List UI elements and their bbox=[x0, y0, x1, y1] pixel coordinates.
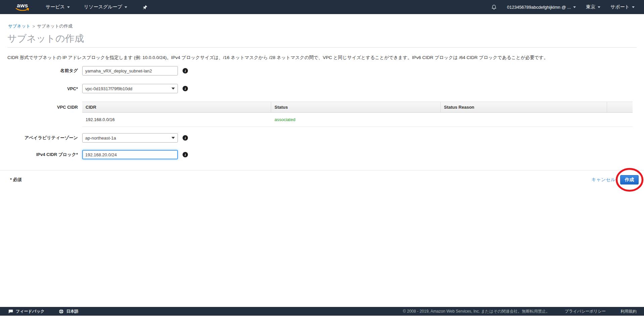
language-label: 日本語 bbox=[66, 309, 79, 314]
chevron-down-icon bbox=[67, 6, 70, 8]
cell-cidr: 192.168.0.0/16 bbox=[82, 117, 271, 122]
create-subnet-form: 名前タグ i VPC* vpc-0d19317f79f9b10dd i VPC … bbox=[0, 66, 644, 159]
actions-row: * 必須 キャンセル 作成 bbox=[0, 170, 644, 184]
aws-logo[interactable]: aws bbox=[15, 3, 30, 11]
column-header-cidr: CIDR bbox=[82, 102, 271, 112]
vpc-cidr-table-header: CIDR Status Status Reason bbox=[82, 102, 633, 113]
actions-right-group: キャンセル 作成 bbox=[591, 175, 639, 184]
account-name: 0123456789abcdefghijklmn @ ... bbox=[507, 5, 571, 10]
info-icon[interactable]: i bbox=[183, 86, 188, 91]
nav-right-group: 0123456789abcdefghijklmn @ ... 東京 サポート bbox=[491, 4, 644, 10]
availability-zone-value: ap-northeast-1a bbox=[85, 136, 116, 141]
nav-resource-groups-menu[interactable]: リソースグループ bbox=[84, 4, 127, 10]
privacy-policy-link[interactable]: プライバシーポリシー bbox=[565, 309, 606, 314]
vpc-label: VPC* bbox=[0, 86, 82, 91]
vpc-select-value: vpc-0d19317f79f9b10dd bbox=[85, 86, 132, 91]
create-button[interactable]: 作成 bbox=[620, 175, 639, 184]
nav-resource-groups-label: リソースグループ bbox=[84, 4, 122, 10]
create-button-wrap: 作成 bbox=[620, 175, 639, 184]
globe-icon bbox=[59, 309, 64, 314]
terms-of-use-link[interactable]: 利用規約 bbox=[621, 309, 637, 314]
account-menu[interactable]: 0123456789abcdefghijklmn @ ... bbox=[507, 5, 576, 10]
info-icon[interactable]: i bbox=[183, 68, 188, 73]
nav-services-label: サービス bbox=[46, 4, 65, 10]
title-divider bbox=[7, 47, 637, 48]
chevron-down-icon bbox=[573, 6, 576, 8]
column-header-status-reason: Status Reason bbox=[441, 102, 607, 112]
info-icon[interactable]: i bbox=[183, 152, 188, 157]
vpc-cidr-row: VPC CIDR CIDR Status Status Reason 192.1… bbox=[0, 102, 644, 127]
availability-zone-label: アベイラビリティーゾーン bbox=[0, 135, 82, 141]
availability-zone-select[interactable]: ap-northeast-1a bbox=[82, 133, 178, 143]
pin-shortcut-icon[interactable] bbox=[143, 5, 148, 10]
chevron-down-icon bbox=[171, 137, 175, 139]
cell-status: associated bbox=[271, 117, 441, 122]
chevron-down-icon bbox=[632, 6, 635, 8]
name-tag-input[interactable] bbox=[82, 66, 178, 75]
required-note: * 必須 bbox=[10, 177, 22, 183]
table-row: 192.168.0.0/16 associated bbox=[82, 113, 633, 127]
name-tag-label: 名前タグ bbox=[0, 68, 82, 74]
vpc-cidr-label: VPC CIDR bbox=[0, 102, 82, 110]
ipv4-cidr-input[interactable] bbox=[82, 150, 178, 159]
breadcrumb-separator: > bbox=[33, 24, 35, 29]
nav-services-menu[interactable]: サービス bbox=[46, 4, 70, 10]
name-tag-row: 名前タグ i bbox=[0, 66, 644, 75]
speech-bubble-icon bbox=[8, 309, 13, 314]
breadcrumb-current: サブネットの作成 bbox=[37, 23, 72, 29]
column-header-extra bbox=[607, 102, 633, 112]
support-label: サポート bbox=[610, 4, 630, 10]
feedback-label: フィードバック bbox=[16, 309, 45, 314]
feedback-button[interactable]: フィードバック bbox=[8, 309, 45, 314]
info-icon[interactable]: i bbox=[183, 135, 188, 141]
vpc-row: VPC* vpc-0d19317f79f9b10dd i bbox=[0, 84, 644, 93]
copyright-text: © 2008 - 2019, Amazon Web Services, Inc.… bbox=[403, 309, 550, 314]
support-menu[interactable]: サポート bbox=[610, 4, 635, 10]
vpc-cidr-table: CIDR Status Status Reason 192.168.0.0/16… bbox=[82, 102, 633, 127]
ipv4-cidr-label: IPv4 CIDR ブロック* bbox=[0, 152, 82, 158]
column-header-status: Status bbox=[271, 102, 441, 112]
availability-zone-row: アベイラビリティーゾーン ap-northeast-1a i bbox=[0, 133, 644, 143]
page-title: サブネットの作成 bbox=[7, 33, 644, 44]
ipv4-cidr-row: IPv4 CIDR ブロック* i bbox=[0, 150, 644, 159]
chevron-down-icon bbox=[171, 88, 175, 90]
footer-bar: フィードバック 日本語 © 2008 - 2019, Amazon Web Se… bbox=[0, 307, 644, 316]
footer-right-group: © 2008 - 2019, Amazon Web Services, Inc.… bbox=[403, 309, 644, 314]
region-menu[interactable]: 東京 bbox=[586, 4, 600, 10]
top-navigation-bar: aws サービス リソースグループ 0123456789abcdefghijkl… bbox=[0, 0, 644, 14]
region-label: 東京 bbox=[586, 4, 595, 10]
cancel-button[interactable]: キャンセル bbox=[591, 177, 615, 183]
language-button[interactable]: 日本語 bbox=[59, 309, 79, 314]
vpc-select[interactable]: vpc-0d19317f79f9b10dd bbox=[82, 84, 178, 93]
aws-smile-icon bbox=[15, 8, 30, 11]
chevron-down-icon bbox=[125, 6, 127, 8]
breadcrumb: サブネット > サブネットの作成 bbox=[8, 23, 644, 29]
breadcrumb-subnets-link[interactable]: サブネット bbox=[8, 23, 31, 29]
notifications-bell-icon[interactable] bbox=[491, 4, 497, 10]
page-description: CIDR 形式でサブネットの IP アドレスブロックを指定します (例: 10.… bbox=[7, 55, 637, 61]
chevron-down-icon bbox=[598, 6, 600, 8]
